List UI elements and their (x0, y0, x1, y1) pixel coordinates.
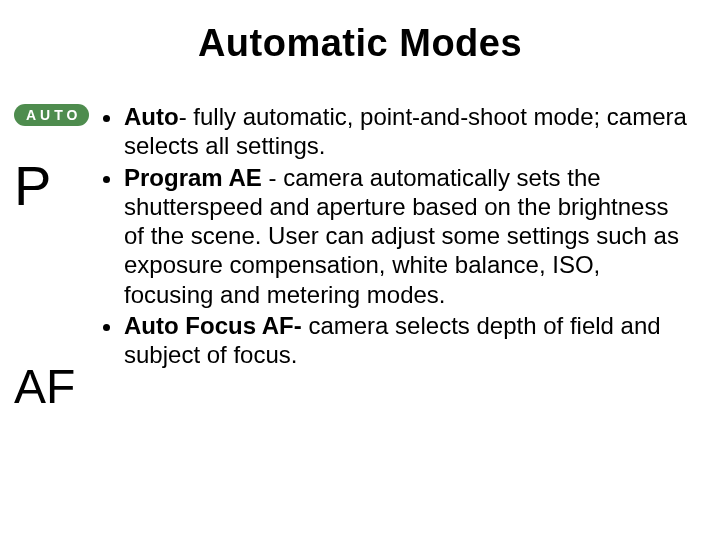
slide-title: Automatic Modes (0, 22, 720, 65)
desc-auto: - fully automatic, point-and-shoot mode;… (124, 103, 687, 159)
slide: Automatic Modes AUTO P AF Auto- fully au… (0, 0, 720, 540)
term-program: Program AE (124, 164, 262, 191)
term-autofocus: Auto Focus AF- (124, 312, 302, 339)
p-mode-icon: P (14, 158, 51, 214)
bullet-auto: Auto- fully automatic, point-and-shoot m… (124, 102, 690, 161)
icon-column: AUTO (14, 104, 96, 126)
bullet-list: Auto- fully automatic, point-and-shoot m… (102, 102, 690, 369)
content-area: Auto- fully automatic, point-and-shoot m… (102, 102, 690, 371)
bullet-autofocus: Auto Focus AF- camera selects depth of f… (124, 311, 690, 370)
bullet-program: Program AE - camera automatically sets t… (124, 163, 690, 309)
term-auto: Auto (124, 103, 179, 130)
auto-pill-icon: AUTO (14, 104, 89, 126)
af-mode-icon: AF (14, 363, 75, 411)
